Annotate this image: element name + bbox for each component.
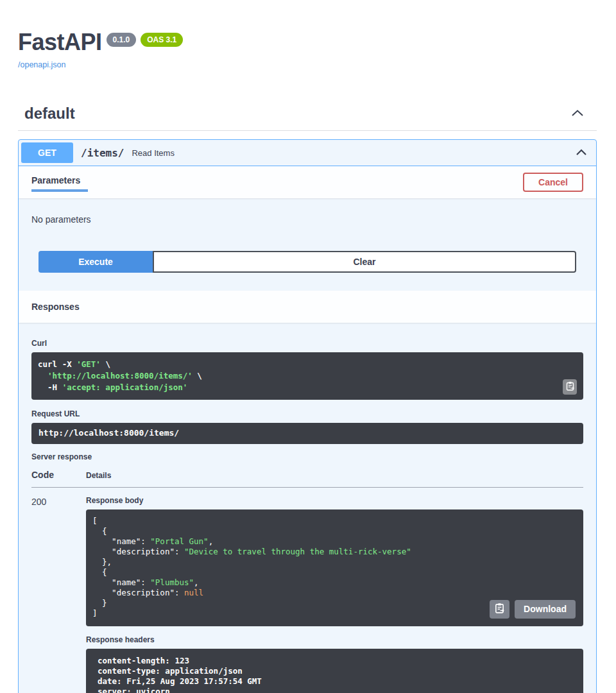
response-body-block: [ { "name": "Portal Gun", "description":… [86, 509, 583, 626]
clipboard-icon [495, 603, 504, 615]
api-title: FastAPI [18, 31, 102, 54]
chevron-up-icon [571, 109, 584, 119]
method-badge: GET [21, 142, 73, 163]
responses-section-title: Responses [31, 302, 80, 312]
tag-header[interactable]: default [18, 105, 597, 131]
request-url-label: Request URL [31, 409, 583, 418]
api-info: FastAPI 0.1.0 OAS 3.1 /openapi.json [18, 31, 597, 70]
request-url-value: http://localhost:8000/items/ [38, 429, 576, 438]
parameters-tab-label: Parameters [31, 175, 80, 191]
responses-inner: Curl curl -X 'GET' \ 'http://localhost:8… [19, 323, 596, 693]
tag-collapse-button[interactable] [571, 109, 584, 119]
response-headers-text: content-length: 123 content-type: applic… [98, 656, 572, 693]
curl-copy-button[interactable] [563, 379, 577, 395]
swagger-page: FastAPI 0.1.0 OAS 3.1 /openapi.json defa… [0, 0, 616, 693]
parameters-body: No parameters [19, 198, 596, 243]
opblock-collapse-button[interactable] [576, 148, 587, 158]
operation-summary: Read Items [132, 148, 174, 158]
response-table-header: Code Details [31, 461, 583, 487]
cancel-button[interactable]: Cancel [523, 173, 583, 192]
details-column-header: Details [86, 471, 111, 480]
opblock-get-items: GET /items/ Read Items Parameters Cancel [18, 139, 597, 693]
no-parameters-text: No parameters [31, 214, 583, 225]
operation-path[interactable]: /items/ [81, 147, 124, 159]
server-response-label: Server response [31, 452, 583, 461]
clipboard-icon [566, 381, 574, 393]
curl-label: Curl [31, 339, 583, 348]
tag-section: default GET /items/ Read Items [18, 105, 597, 693]
parameters-section-header: Parameters Cancel [19, 166, 596, 198]
oas-badge: OAS 3.1 [141, 33, 183, 47]
openapi-link[interactable]: /openapi.json [18, 60, 65, 69]
curl-block: curl -X 'GET' \ 'http://localhost:8000/i… [31, 352, 583, 400]
download-button[interactable]: Download [515, 600, 576, 619]
response-status-code: 200 [31, 496, 86, 693]
execute-button[interactable]: Execute [38, 251, 153, 273]
tag-title: default [24, 105, 75, 123]
code-column-header: Code [31, 470, 86, 480]
responses-section-header: Responses [19, 291, 596, 323]
opblock-summary[interactable]: GET /items/ Read Items [19, 140, 596, 166]
response-row: 200 Response body [ { "name": "Portal Gu… [31, 488, 583, 693]
request-url-block: http://localhost:8000/items/ [31, 423, 583, 443]
response-headers-block: content-length: 123 content-type: applic… [86, 649, 583, 693]
clear-button[interactable]: Clear [153, 251, 576, 273]
response-body-label: Response body [86, 496, 583, 505]
opblock-body: Parameters Cancel No parameters Execute … [19, 166, 596, 693]
chevron-up-icon [576, 148, 587, 158]
tab-parameters[interactable]: Parameters [31, 175, 80, 191]
version-badge: 0.1.0 [107, 33, 137, 47]
curl-command: curl -X 'GET' \ 'http://localhost:8000/i… [38, 359, 577, 393]
response-headers-label: Response headers [86, 635, 583, 644]
execute-wrapper: Execute Clear [19, 243, 596, 291]
copy-response-button[interactable] [490, 600, 509, 619]
